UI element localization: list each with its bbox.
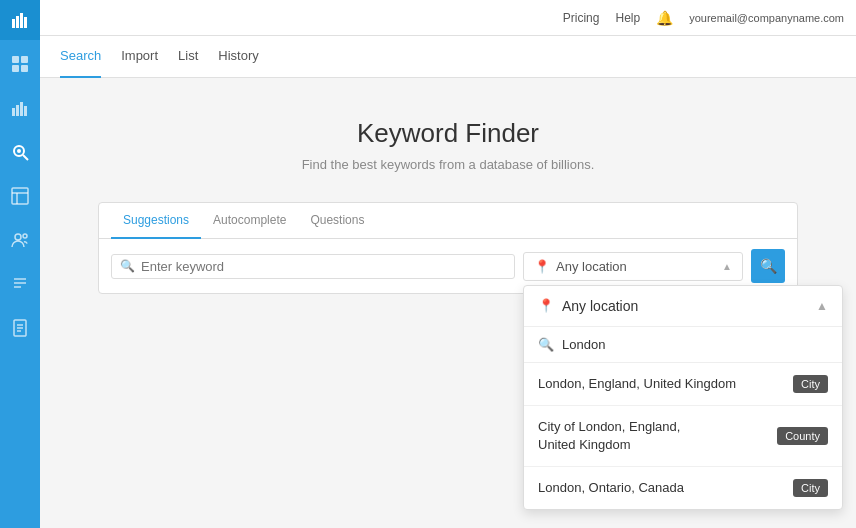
svg-rect-7 [21,65,28,72]
dropdown-location-label: Any location [562,298,638,314]
location-pin-icon: 📍 [534,259,550,274]
svg-line-13 [23,155,28,160]
tool-body: 🔍 📍 Any location ▲ [99,239,797,293]
page-content: Keyword Finder Find the best keywords fr… [40,78,856,528]
dropdown-close-chevron-icon[interactable]: ▲ [816,299,828,313]
keyword-search-icon: 🔍 [120,259,135,273]
dropdown-header-inner: 📍 Any location [538,298,638,314]
sidebar-item-keyword-finder[interactable] [0,132,40,172]
svg-point-14 [17,149,21,153]
location-result-city-of-london[interactable]: City of London, England,United Kingdom C… [524,406,842,467]
tab-search[interactable]: Search [60,36,101,78]
svg-rect-5 [21,56,28,63]
location-result-text-3: London, Ontario, Canada [538,479,684,497]
notifications-icon[interactable]: 🔔 [656,10,673,26]
dropdown-search-input[interactable] [562,337,828,352]
svg-rect-8 [12,108,15,116]
svg-rect-9 [16,105,19,116]
subnav: Search Import List History [40,36,856,78]
main-area: Pricing Help 🔔 youremail@companyname.com… [40,0,856,528]
tool-tab-autocomplete[interactable]: Autocomplete [201,203,298,239]
svg-point-19 [23,234,27,238]
keyword-input-wrap[interactable]: 🔍 [111,254,515,279]
topnav: Pricing Help 🔔 youremail@companyname.com [40,0,856,36]
tab-import[interactable]: Import [121,36,158,78]
tool-container: Suggestions Autocomplete Questions 🔍 📍 A… [98,202,798,294]
page-subtitle: Find the best keywords from a database o… [302,157,595,172]
location-wrap: 📍 Any location ▲ 📍 Any location [523,252,743,281]
location-result-text-2: City of London, England,United Kingdom [538,418,680,454]
keyword-input[interactable] [141,259,506,274]
sidebar-item-dashboard[interactable] [0,44,40,84]
sidebar-item-table[interactable] [0,176,40,216]
svg-rect-0 [12,19,15,28]
user-email[interactable]: youremail@companyname.com [689,12,844,24]
location-label: Any location [556,259,627,274]
search-button[interactable]: 🔍 [751,249,785,283]
dropdown-pin-icon: 📍 [538,298,554,313]
location-result-london-ontario[interactable]: London, Ontario, Canada City [524,467,842,509]
sidebar-item-analytics[interactable] [0,88,40,128]
dropdown-header: 📍 Any location ▲ [524,286,842,327]
location-chevron-icon: ▲ [722,261,732,272]
tab-list[interactable]: List [178,36,198,78]
svg-rect-10 [20,102,23,116]
svg-rect-1 [16,16,19,28]
svg-rect-6 [12,65,19,72]
location-result-london-uk[interactable]: London, England, United Kingdom City [524,363,842,406]
tool-tabs: Suggestions Autocomplete Questions [99,203,797,239]
sidebar-item-reports[interactable] [0,308,40,348]
location-dropdown: 📍 Any location ▲ 🔍 [523,285,843,511]
location-result-badge-3: City [793,479,828,497]
location-result-text-1: London, England, United Kingdom [538,375,736,393]
logo[interactable] [0,0,40,40]
pricing-link[interactable]: Pricing [563,11,600,25]
tab-history[interactable]: History [218,36,258,78]
sidebar [0,0,40,528]
svg-rect-11 [24,106,27,116]
tool-tab-questions[interactable]: Questions [298,203,376,239]
content: Search Import List History Keyword Finde… [40,36,856,528]
sidebar-item-users[interactable] [0,220,40,260]
svg-point-18 [15,234,21,240]
dropdown-results: London, England, United Kingdom City Cit… [524,363,842,510]
location-result-badge-1: City [793,375,828,393]
dropdown-search-icon: 🔍 [538,337,554,352]
help-link[interactable]: Help [615,11,640,25]
sidebar-item-list[interactable] [0,264,40,304]
svg-rect-15 [12,188,28,204]
tool-tab-suggestions[interactable]: Suggestions [111,203,201,239]
dropdown-search-wrap: 🔍 [524,327,842,363]
location-result-badge-2: County [777,427,828,445]
svg-rect-4 [12,56,19,63]
page-title: Keyword Finder [357,118,539,149]
svg-rect-3 [24,17,27,28]
location-btn-inner: 📍 Any location [534,259,627,274]
location-button[interactable]: 📍 Any location ▲ [523,252,743,281]
search-button-icon: 🔍 [760,258,777,274]
svg-rect-2 [20,13,23,28]
